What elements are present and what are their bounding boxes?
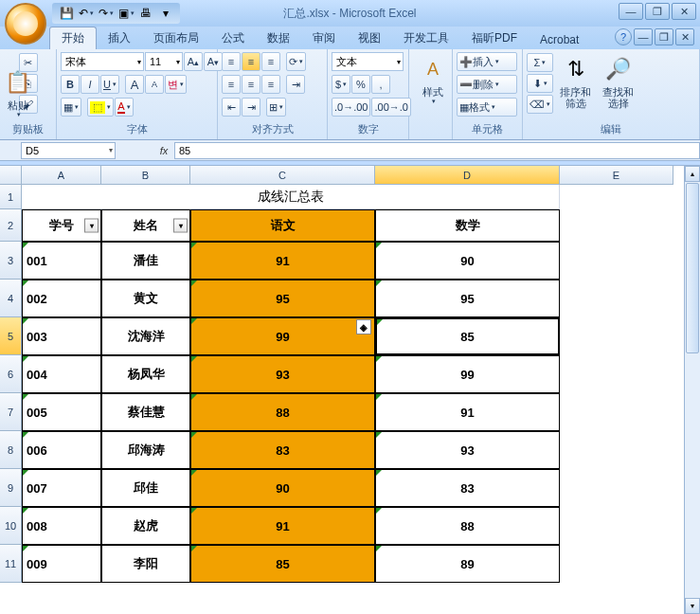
align-middle-icon[interactable]: ≡ xyxy=(242,52,260,71)
row-header-1[interactable]: 1 xyxy=(0,185,22,209)
cell-C9[interactable]: 90 xyxy=(190,469,375,507)
filter-button-a[interactable]: ▾ xyxy=(84,219,99,233)
wrap-text-icon[interactable]: ⇥ xyxy=(286,75,305,94)
filter-button-b[interactable]: ▾ xyxy=(173,219,188,233)
cell-B2[interactable]: 姓名▾ xyxy=(101,209,190,242)
row-header-3[interactable]: 3 xyxy=(0,242,22,280)
number-format-combo[interactable]: 文本 xyxy=(332,52,404,71)
fx-icon[interactable]: fx xyxy=(153,145,174,156)
name-box[interactable]: D5 xyxy=(21,142,116,159)
insert-cells-button[interactable]: ➕插入▾ xyxy=(457,52,517,71)
cell-D2[interactable]: 数学 xyxy=(375,209,560,242)
vertical-scrollbar[interactable]: ▴ ▾ xyxy=(684,166,700,614)
cell-D7[interactable]: 91 xyxy=(375,393,560,431)
cell-A2[interactable]: 学号▾ xyxy=(22,209,101,242)
cell-A6[interactable]: 004 xyxy=(22,355,101,393)
row-header-5[interactable]: 5 xyxy=(0,317,22,355)
cell-B5[interactable]: 沈海洋 xyxy=(101,317,190,355)
qat-dropdown-icon[interactable]: ▾ xyxy=(157,5,174,22)
delete-cells-button[interactable]: ➖删除▾ xyxy=(457,75,517,94)
table-title[interactable]: 成线汇总表 xyxy=(22,185,560,209)
decrease-indent-icon[interactable]: ⇤ xyxy=(222,98,241,117)
cell-C3[interactable]: 91 xyxy=(190,242,375,280)
cell-B4[interactable]: 黄文 xyxy=(101,280,190,317)
cell-B3[interactable]: 潘佳 xyxy=(101,242,190,280)
cell-D11[interactable]: 89 xyxy=(375,545,560,583)
cell-C5[interactable]: 99 xyxy=(190,317,375,355)
row-header-10[interactable]: 10 xyxy=(0,507,22,545)
cell-D6[interactable]: 99 xyxy=(375,355,560,393)
grow-font2-icon[interactable]: A xyxy=(125,75,144,94)
formula-input[interactable]: 85 xyxy=(174,142,700,159)
cell-B7[interactable]: 蔡佳慧 xyxy=(101,393,190,431)
cell-D9[interactable]: 83 xyxy=(375,469,560,507)
align-center-icon[interactable]: ≡ xyxy=(242,75,260,94)
font-name-combo[interactable]: 宋体 xyxy=(61,52,144,71)
office-button[interactable] xyxy=(5,3,46,45)
cell-A7[interactable]: 005 xyxy=(22,393,101,431)
col-header-A[interactable]: A xyxy=(22,166,101,185)
percent-format-icon[interactable]: % xyxy=(351,75,370,94)
tab-view[interactable]: 视图 xyxy=(347,27,392,49)
tab-developer[interactable]: 开发工具 xyxy=(392,27,460,49)
autosum-icon[interactable]: Σ▾ xyxy=(527,53,553,72)
tab-foxit-pdf[interactable]: 福昕PDF xyxy=(460,27,529,49)
ribbon-restore-button[interactable]: ❐ xyxy=(655,28,673,45)
select-all-corner[interactable] xyxy=(0,166,22,185)
cell-D5[interactable]: 85 xyxy=(375,317,560,355)
close-button[interactable]: ✕ xyxy=(672,3,696,20)
cell-C11[interactable]: 85 xyxy=(190,545,375,583)
tab-insert[interactable]: 插入 xyxy=(97,27,142,49)
phonetic-guide-icon[interactable]: 변▾ xyxy=(165,75,187,94)
merge-center-icon[interactable]: ⊞▾ xyxy=(266,98,286,117)
cell-A3[interactable]: 001 xyxy=(22,242,101,280)
col-header-C[interactable]: C xyxy=(190,166,375,185)
italic-button[interactable]: I xyxy=(81,75,99,94)
minimize-button[interactable]: — xyxy=(619,3,643,20)
cell-A11[interactable]: 009 xyxy=(22,545,101,583)
cell-C7[interactable]: 88 xyxy=(190,393,375,431)
comma-format-icon[interactable]: , xyxy=(371,75,390,94)
increase-decimal-icon[interactable]: .0→.00 xyxy=(332,98,370,117)
ribbon-close-button[interactable]: ✕ xyxy=(675,28,694,45)
cell-C8[interactable]: 83 xyxy=(190,431,375,469)
sort-filter-button[interactable]: ⇅ 排序和 筛选 xyxy=(555,51,596,112)
col-header-D[interactable]: D xyxy=(375,166,560,185)
accounting-format-icon[interactable]: $▾ xyxy=(332,75,350,94)
row-header-8[interactable]: 8 xyxy=(0,431,22,469)
ribbon-minimize-button[interactable]: — xyxy=(634,28,653,45)
cell-D3[interactable]: 90 xyxy=(375,242,560,280)
cell-A8[interactable]: 006 xyxy=(22,431,101,469)
cell-A10[interactable]: 008 xyxy=(22,507,101,545)
cell-B6[interactable]: 杨凤华 xyxy=(101,355,190,393)
cell-B10[interactable]: 赵虎 xyxy=(101,507,190,545)
undo-icon[interactable]: ↶▾ xyxy=(78,5,95,22)
col-header-E[interactable]: E xyxy=(560,166,673,185)
bold-button[interactable]: B xyxy=(61,75,80,94)
clear-icon[interactable]: ⌫▾ xyxy=(527,95,553,114)
cell-A5[interactable]: 003 xyxy=(22,317,101,355)
col-header-B[interactable]: B xyxy=(101,166,190,185)
tab-acrobat[interactable]: Acrobat xyxy=(529,30,590,49)
increase-indent-icon[interactable]: ⇥ xyxy=(242,98,260,117)
underline-button[interactable]: U▾ xyxy=(100,75,119,94)
fill-color-button[interactable]: ⬚▾ xyxy=(87,98,114,117)
cell-C4[interactable]: 95 xyxy=(190,280,375,317)
cell-B9[interactable]: 邱佳 xyxy=(101,469,190,507)
fill-icon[interactable]: ⬇▾ xyxy=(527,74,553,93)
cell-A9[interactable]: 007 xyxy=(22,469,101,507)
cell-B8[interactable]: 邱海涛 xyxy=(101,431,190,469)
row-header-11[interactable]: 11 xyxy=(0,545,22,583)
paste-button[interactable]: 📋 粘贴 ▾ xyxy=(0,64,38,121)
format-cells-button[interactable]: ▦格式▾ xyxy=(457,98,517,117)
print-icon[interactable]: 🖶 xyxy=(137,5,154,22)
restore-button[interactable]: ❐ xyxy=(645,3,670,20)
grow-font-icon[interactable]: A▴ xyxy=(184,52,203,71)
row-header-4[interactable]: 4 xyxy=(0,280,22,317)
cell-D4[interactable]: 95 xyxy=(375,280,560,317)
font-size-combo[interactable]: 11 xyxy=(145,52,183,71)
save-icon[interactable]: 💾 xyxy=(58,5,75,22)
cell-D8[interactable]: 93 xyxy=(375,431,560,469)
find-select-button[interactable]: 🔎 查找和 选择 xyxy=(598,51,638,112)
styles-button[interactable]: A 样式 ▾ xyxy=(413,51,453,108)
